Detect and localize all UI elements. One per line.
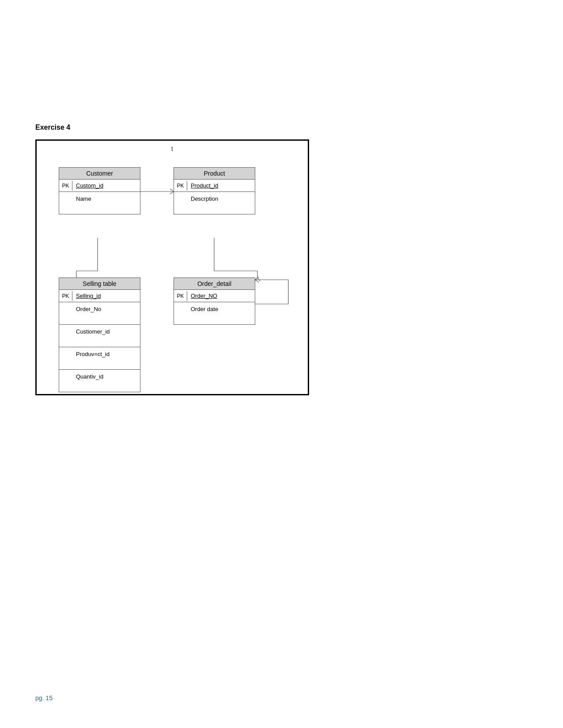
selling-pk-label: PK <box>59 291 72 301</box>
order-detail-header: Order_detail <box>174 278 255 290</box>
selling-quantiv-row: Quantiv_id <box>59 370 140 392</box>
product-description-field: Descrption <box>174 192 222 214</box>
svg-line-2 <box>170 191 174 194</box>
page-number: pg. 15 <box>35 694 53 702</box>
customer-pk-field: Custom_id <box>72 180 140 191</box>
customer-field-row: Name <box>59 192 140 214</box>
exercise-title: Exercise 4 <box>35 124 528 131</box>
svg-line-7 <box>257 278 260 281</box>
product-table: Product PK Product_id Descrption <box>174 167 255 214</box>
diagram-container: t <box>35 139 309 395</box>
order-pk-row: PK Order_NO <box>174 290 255 302</box>
selling-quantiv-field: Quantiv_id <box>59 370 107 392</box>
selling-produv-field: Produv=ct_id <box>59 347 113 369</box>
customer-table-header: Customer <box>59 168 140 180</box>
product-field-row: Descrption <box>174 192 255 214</box>
product-pk-label: PK <box>174 181 187 191</box>
customer-pk-label: PK <box>59 181 72 191</box>
svg-line-1 <box>170 189 174 191</box>
selling-pk-field: Selling_id <box>72 291 140 301</box>
svg-line-9 <box>255 280 259 282</box>
svg-line-8 <box>255 277 259 280</box>
order-detail-table: Order_detail PK Order_NO Order date <box>174 278 255 325</box>
selling-table-header: Selling table <box>59 278 140 290</box>
selling-custiomer-field: Custiomer_id <box>59 325 113 347</box>
order-date-field: Order date <box>174 302 222 324</box>
selling-order-no-field: Order_No <box>59 302 105 324</box>
order-pk-field: Order_NO <box>187 291 255 301</box>
diagram-label: t <box>171 145 173 152</box>
selling-custiomer-row: Custiomer_id <box>59 325 140 347</box>
selling-pk-row: PK Selling_id <box>59 290 140 302</box>
product-pk-row: PK Product_id <box>174 180 255 192</box>
order-pk-label: PK <box>174 291 187 301</box>
selling-order-no-row: Order_No <box>59 302 140 325</box>
selling-table: Selling table PK Selling_id Order_No Cus… <box>59 278 140 392</box>
customer-name-field: Name <box>59 192 95 214</box>
product-table-header: Product <box>174 168 255 180</box>
page: Exercise 4 t <box>0 0 563 728</box>
customer-pk-row: PK Custom_id <box>59 180 140 192</box>
customer-table: Customer PK Custom_id Name <box>59 167 140 214</box>
product-pk-field: Product_id <box>187 180 255 191</box>
selling-produv-row: Produv=ct_id <box>59 347 140 370</box>
order-date-row: Order date <box>174 302 255 324</box>
page-footer: pg. 15 <box>35 694 53 702</box>
